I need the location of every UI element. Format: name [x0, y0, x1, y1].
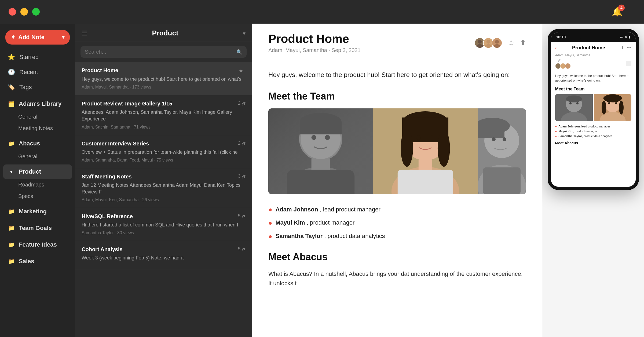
notes-header: ☰ Product ▾ [75, 24, 252, 42]
phone-member-name-samantha: Samantha Taylor [558, 134, 582, 138]
adams-library-section: 🗂️ Adam's Library General Meeting Notes [3, 97, 72, 134]
note-preview: Attendees: Adam Johnson, Samantha Taylor… [82, 109, 246, 122]
phone-bullet-icon: ● [555, 134, 557, 138]
star-action-icon[interactable]: ☆ [508, 38, 514, 47]
member-role-adam: , lead product manager [320, 206, 380, 213]
note-header: Cohort Analysis 5 yr [82, 246, 246, 252]
sidebar-item-tags[interactable]: 🏷️ Tags [3, 80, 72, 94]
note-item-hive-sql[interactable]: Hive/SQL Reference 5 yr Hi there I start… [75, 208, 252, 241]
adams-library-label: Adam's Library [19, 100, 61, 107]
note-title: Product Home [82, 67, 239, 74]
content-intro: Hey guys, welcome to the product hub! St… [268, 70, 526, 80]
phone-notch-center [577, 32, 609, 39]
sidebar-child-general[interactable]: General [3, 111, 72, 123]
svg-point-41 [569, 102, 572, 104]
sidebar-item-feature-ideas[interactable]: 📁 Feature Ideas [3, 237, 72, 252]
product-section: ▾ Product Roadmaps Specs [3, 164, 72, 202]
share-action-icon[interactable]: ⬆ [520, 38, 526, 47]
svg-rect-12 [300, 122, 342, 134]
team-member-adam: ● Adam Johnson , lead product manager [268, 205, 526, 214]
svg-point-35 [503, 137, 506, 141]
phone-notch: 10:10 ▪▪▪ ≈ ▮ [551, 32, 636, 42]
team-photo-third [478, 108, 526, 194]
note-age: 3 yr [238, 174, 246, 179]
svg-rect-33 [478, 124, 504, 138]
add-note-button[interactable]: ✦ Add Note ▾ [5, 30, 70, 45]
note-item-staff-meeting[interactable]: Staff Meeting Notes 3 yr Jan 12 Meeting … [75, 168, 252, 208]
svg-point-23 [401, 130, 413, 167]
avatar-group [474, 38, 502, 48]
notification-bell[interactable]: 🔔 4 [612, 7, 623, 17]
phone-member-name-mayui: Mayui Kim [558, 130, 573, 133]
meeting-notes-label: Meeting Notes [18, 125, 53, 131]
sidebar-item-sales[interactable]: 📁 Sales [3, 254, 72, 269]
close-button[interactable] [9, 8, 16, 16]
sidebar-item-team-goals[interactable]: 📁 Team Goals [3, 221, 72, 235]
title-bar: 🔔 4 [0, 0, 644, 24]
phone-share-icon[interactable]: ⬆ [621, 45, 624, 50]
sidebar-item-marketing[interactable]: 📁 Marketing [3, 204, 72, 219]
note-item-customer-interview[interactable]: Customer Interview Series 2 yr Overview … [75, 135, 252, 168]
team-member-mayui: ● Mayui Kim , product manager [268, 218, 526, 228]
note-age: 2 yr [238, 101, 246, 106]
star-icon[interactable]: ★ [239, 67, 243, 74]
notes-panel-title: Product [91, 29, 240, 37]
sidebar-item-recent[interactable]: 🕐 Recent [3, 65, 72, 79]
sidebar-item-adams-library[interactable]: 🗂️ Adam's Library [3, 97, 72, 111]
abacus-intro: What is Abacus? In a nutshell, Abacus br… [268, 269, 526, 288]
search-bar: 🔍 [80, 46, 247, 58]
main-layout: ✦ Add Note ▾ ⭐ Starred 🕐 Recent 🏷️ Tags … [0, 24, 644, 337]
note-preview: Hey guys, welcome to the product hub! St… [82, 76, 246, 83]
sidebar-label-tags: Tags [19, 84, 32, 91]
tag-icon: 🏷️ [8, 84, 15, 91]
search-input[interactable] [85, 49, 234, 55]
main-content: Product Home Adam, Mayui, Samantha · Sep… [252, 24, 542, 337]
mobile-preview-panel: 10:10 ▪▪▪ ≈ ▮ ‹ Product Home ⬆ ••• [542, 24, 644, 337]
abacus-label: Abacus [19, 140, 40, 147]
signal-icon: ▪▪▪ [620, 35, 623, 39]
member-name-adam: Adam Johnson [276, 206, 318, 213]
svg-point-34 [492, 137, 496, 141]
add-note-label: Add Note [18, 34, 45, 41]
list-icon: ☰ [82, 30, 87, 37]
sidebar-item-abacus[interactable]: 📁 Abacus [3, 136, 72, 151]
sidebar-child-roadmaps[interactable]: Roadmaps [3, 179, 72, 191]
sidebar-item-product[interactable]: ▾ Product [3, 164, 72, 179]
phone-photo-adam [555, 94, 593, 121]
abacus-folder-icon: 📁 [8, 140, 15, 147]
svg-point-47 [602, 101, 606, 115]
phone-status-icons: ▪▪▪ ≈ ▮ [620, 35, 630, 39]
content-body: Hey guys, welcome to the product hub! St… [252, 59, 542, 337]
svg-point-49 [608, 102, 610, 104]
phone-back-button[interactable]: ‹ [555, 45, 557, 51]
team-list: ● Adam Johnson , lead product manager ● … [268, 205, 526, 241]
phone-meta-age: 1 yr [555, 58, 631, 62]
phone-more-icon[interactable]: ••• [627, 45, 631, 50]
member-name-mayui: Mayui Kim [276, 219, 305, 226]
svg-point-14 [325, 135, 330, 140]
maximize-button[interactable] [32, 8, 40, 16]
note-header: Product Home ★ [82, 67, 246, 74]
sidebar-child-specs[interactable]: Specs [3, 191, 72, 202]
svg-point-26 [430, 135, 434, 140]
notes-list: Product Home ★ Hey guys, welcome to the … [75, 62, 252, 337]
meet-team-title: Meet the Team [268, 91, 526, 102]
roadmaps-label: Roadmaps [18, 182, 44, 188]
phone-message-icon [626, 61, 631, 66]
svg-rect-27 [419, 160, 432, 171]
svg-rect-36 [483, 167, 521, 194]
note-item-product-home[interactable]: Product Home ★ Hey guys, welcome to the … [75, 62, 252, 95]
phone-nav: ‹ Product Home ⬆ ••• [555, 45, 631, 51]
phone-frame: 10:10 ▪▪▪ ≈ ▮ ‹ Product Home ⬆ ••• [548, 29, 639, 190]
note-item-cohort-analysis[interactable]: Cohort Analysis 5 yr Week 3 (week beginn… [75, 241, 252, 269]
sidebar-child-abacus-general[interactable]: General [3, 151, 72, 162]
note-age: 5 yr [238, 213, 246, 219]
note-item-product-review[interactable]: Product Review: Image Gallery 1/15 2 yr … [75, 95, 252, 135]
sidebar-item-starred[interactable]: ⭐ Starred [3, 50, 72, 64]
sidebar-child-meeting-notes[interactable]: Meeting Notes [3, 123, 72, 134]
minimize-button[interactable] [20, 8, 28, 16]
svg-point-13 [312, 135, 316, 140]
product-label: Product [19, 168, 41, 175]
content-title-block: Product Home Adam, Mayui, Samantha · Sep… [268, 32, 361, 53]
search-icon: 🔍 [236, 49, 242, 55]
